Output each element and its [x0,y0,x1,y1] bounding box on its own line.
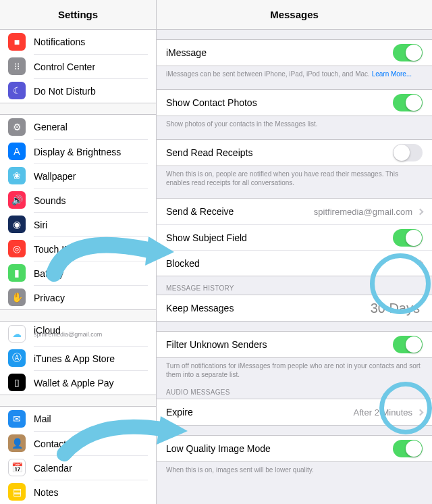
sidebar-item-label: Wallpaper [34,163,148,188]
contacts-icon: 👤 [8,434,26,452]
send-receive-label: Send & Receive [166,206,314,217]
sidebar-item-wallet[interactable]: ▯Wallet & Apple Pay [0,370,156,395]
controlcenter-icon: ⁝⁝ [8,57,26,75]
send-read-receipts-toggle[interactable] [393,144,423,161]
expire-row[interactable]: Expire After 2 Minutes [157,399,432,425]
sidebar-item-dnd[interactable]: ☾Do Not Disturb [0,78,156,103]
sidebar-item-label: Control Center [34,54,148,78]
sidebar-item-label: Do Not Disturb [34,78,148,103]
sidebar-item-label: Mail [34,407,148,431]
sidebar-item-contacts[interactable]: 👤Contacts [0,431,156,455]
show-contact-photos-row: Show Contact Photos [157,90,432,116]
audio-messages-title: AUDIO MESSAGES [157,380,432,399]
sidebar-item-controlcenter[interactable]: ⁝⁝Control Center [0,54,156,78]
low-quality-toggle[interactable] [393,440,423,457]
sidebar-item-label: Display & Brightness [34,139,148,163]
chevron-right-icon [417,409,424,415]
siri-icon: ◉ [8,216,26,233]
sidebar-item-label: Calendar [34,455,148,480]
notifications-icon: ■ [8,33,26,51]
keep-messages-row[interactable]: Keep Messages 30 Days [157,295,432,321]
imessage-row: iMessage [157,40,432,66]
sidebar-item-mail[interactable]: ✉Mail [0,407,156,431]
sidebar-item-touchid[interactable]: ◎Touch ID & Passcode [0,236,156,261]
send-read-receipts-label: Send Read Receipts [166,147,393,158]
chevron-right-icon [417,260,424,267]
imessage-label: iMessage [166,47,393,58]
message-history-title: MESSAGE HISTORY [157,276,432,295]
send-read-receipts-row: Send Read Receipts [157,140,432,166]
wallpaper-icon: ❀ [8,167,26,184]
sidebar-item-notes[interactable]: ▤Notes [0,480,156,504]
sidebar-item-label: Contacts [34,431,148,455]
sidebar-item-icloud[interactable]: ☁iCloudspitfiremedia@gmail.com [0,322,156,346]
sidebar-item-label: iCloudspitfiremedia@gmail.com [34,322,148,346]
messages-detail: Messages iMessage iMessages can be sent … [157,0,432,504]
detail-title: Messages [157,0,432,30]
appstore-icon: Ⓐ [8,349,26,367]
sidebar-item-battery[interactable]: ▮Battery [0,261,156,285]
sidebar-item-sublabel: spitfiremedia@gmail.com [34,331,148,338]
sidebar-title: Settings [0,0,156,30]
sidebar-item-label: Notes [34,480,148,504]
sidebar-item-label: iTunes & App Store [34,346,148,370]
notes-icon: ▤ [8,483,26,501]
sidebar-item-wallpaper[interactable]: ❀Wallpaper [0,163,156,188]
low-quality-footer: When this is on, images sent will be low… [157,462,432,476]
learn-more-link[interactable]: Learn More... [372,70,412,78]
sidebar-item-label: General [34,115,148,139]
send-receive-row[interactable]: Send & Receive spitfiremedia@gmail.com [157,199,432,224]
show-subject-field-row: Show Subject Field [157,224,432,250]
sidebar-item-label: Privacy [34,285,148,309]
low-quality-row: Low Quality Image Mode [157,436,432,461]
chevron-right-icon [417,208,424,215]
sidebar-item-sounds[interactable]: 🔊Sounds [0,188,156,212]
sidebar-item-general[interactable]: ⚙General [0,115,156,139]
display-icon: A [8,143,26,160]
sidebar-item-label: Wallet & Apple Pay [34,370,148,395]
mail-icon: ✉ [8,410,26,428]
imessage-toggle[interactable] [393,44,423,61]
privacy-icon: ✋ [8,288,26,306]
read-receipts-footer: When this is on, people are notified whe… [157,166,432,188]
sidebar-item-label: Sounds [34,188,148,212]
sidebar-item-label: Touch ID & Passcode [34,236,148,261]
show-subject-field-label: Show Subject Field [166,232,393,243]
send-receive-value: spitfiremedia@gmail.com [314,207,412,217]
sidebar-item-appstore[interactable]: ⒶiTunes & App Store [0,346,156,370]
filter-unknown-row: Filter Unknown Senders [157,332,432,357]
keep-messages-label: Keep Messages [166,303,371,313]
dnd-icon: ☾ [8,82,26,99]
sounds-icon: 🔊 [8,191,26,209]
sidebar-item-label: Siri [34,212,148,236]
expire-label: Expire [166,407,354,418]
battery-icon: ▮ [8,264,26,282]
sidebar-item-calendar[interactable]: 📅Calendar [0,455,156,480]
filter-unknown-toggle[interactable] [393,336,423,353]
blocked-label: Blocked [166,258,415,269]
sidebar-item-label: Battery [34,261,148,285]
calendar-icon: 📅 [8,459,26,476]
filter-unknown-label: Filter Unknown Senders [166,339,393,350]
icloud-icon: ☁ [8,325,26,343]
filter-unknown-footer: Turn off notifications for iMessages fro… [157,358,432,380]
wallet-icon: ▯ [8,374,26,391]
contact-photos-footer: Show photos of your contacts in the Mess… [157,116,432,130]
imessage-footer: iMessages can be sent between iPhone, iP… [157,66,432,80]
keep-messages-value: 30 Days [371,301,420,316]
sidebar-item-label: Notifications [34,30,148,54]
general-icon: ⚙ [8,118,26,136]
settings-sidebar: Settings ■Notifications⁝⁝Control Center☾… [0,0,157,504]
sidebar-item-notifications[interactable]: ■Notifications [0,30,156,54]
sidebar-item-privacy[interactable]: ✋Privacy [0,285,156,309]
expire-value: After 2 Minutes [354,407,412,418]
low-quality-label: Low Quality Image Mode [166,443,393,454]
show-contact-photos-label: Show Contact Photos [166,97,393,108]
sidebar-item-siri[interactable]: ◉Siri [0,212,156,236]
sidebar-item-display[interactable]: ADisplay & Brightness [0,139,156,163]
touchid-icon: ◎ [8,240,26,257]
show-contact-photos-toggle[interactable] [393,94,423,111]
show-subject-field-toggle[interactable] [393,229,423,247]
blocked-row[interactable]: Blocked [157,250,432,276]
